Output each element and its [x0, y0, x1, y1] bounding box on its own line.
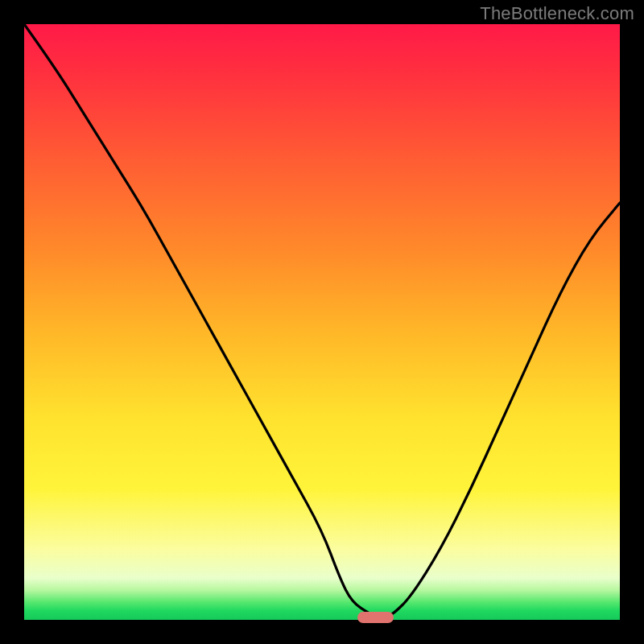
- bottleneck-curve: [24, 24, 620, 620]
- optimal-marker: [357, 612, 393, 623]
- plot-area: [24, 24, 620, 620]
- watermark-text: TheBottleneck.com: [480, 3, 634, 24]
- curve-path: [24, 24, 620, 618]
- chart-frame: TheBottleneck.com: [0, 0, 644, 644]
